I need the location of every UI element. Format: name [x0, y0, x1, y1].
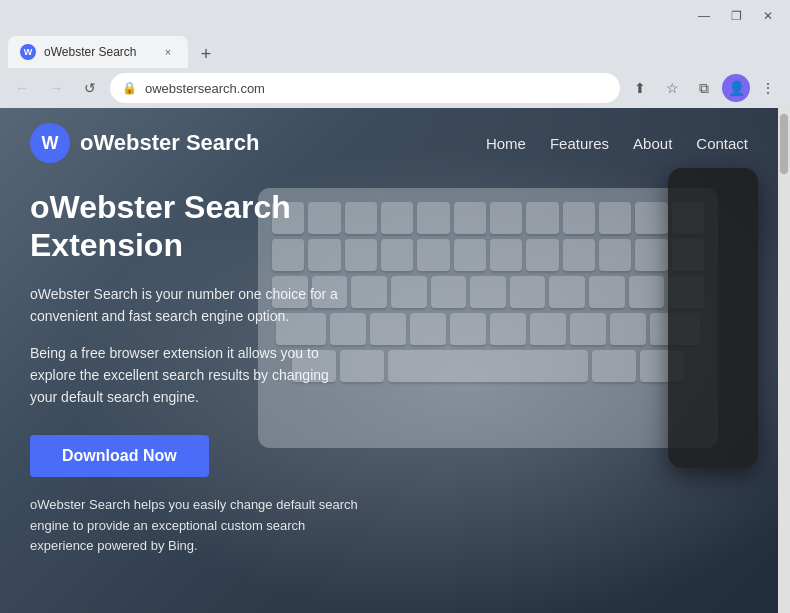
phone-decoration	[668, 168, 758, 468]
window-controls: — ❐ ✕	[690, 6, 782, 26]
key	[526, 239, 558, 271]
hero-section: W oWebster Search Home Features About Co…	[0, 108, 778, 613]
nav-about[interactable]: About	[633, 135, 672, 152]
key	[592, 350, 636, 382]
tab-bar: W oWebster Search × +	[0, 32, 790, 68]
scrollbar-thumb[interactable]	[780, 114, 788, 174]
key	[417, 239, 449, 271]
nav-contact[interactable]: Contact	[696, 135, 748, 152]
key	[391, 276, 427, 308]
menu-button[interactable]: ⋮	[754, 74, 782, 102]
download-now-button[interactable]: Download Now	[30, 435, 209, 477]
key	[563, 239, 595, 271]
tab-close-button[interactable]: ×	[160, 44, 176, 60]
key	[526, 202, 558, 234]
profile-button[interactable]: 👤	[722, 74, 750, 102]
back-button[interactable]: ←	[8, 74, 36, 102]
hero-title: oWebster Search Extension	[30, 188, 358, 265]
key	[635, 239, 667, 271]
browser-content-wrapper: W oWebster Search Home Features About Co…	[0, 108, 790, 613]
key	[381, 239, 413, 271]
hero-desc-1: oWebster Search is your number one choic…	[30, 283, 358, 328]
nav-home[interactable]: Home	[486, 135, 526, 152]
key	[589, 276, 625, 308]
key	[599, 202, 631, 234]
key	[490, 313, 526, 345]
hero-content: oWebster Search Extension oWebster Searc…	[30, 188, 358, 557]
key	[431, 276, 467, 308]
key	[610, 313, 646, 345]
hero-desc-2: Being a free browser extension it allows…	[30, 342, 358, 409]
browser-window: — ❐ ✕ W oWebster Search × + ← → ↺ 🔒 oweb…	[0, 0, 790, 613]
title-bar: — ❐ ✕	[0, 0, 790, 32]
logo-text: oWebster Search	[80, 130, 259, 156]
key	[563, 202, 595, 234]
hero-footer-text: oWebster Search helps you easily change …	[30, 495, 358, 557]
key	[635, 202, 667, 234]
url-text: owebstersearch.com	[145, 81, 608, 96]
key	[450, 313, 486, 345]
share-button[interactable]: ⬆	[626, 74, 654, 102]
key	[454, 239, 486, 271]
key	[470, 276, 506, 308]
url-box[interactable]: 🔒 owebstersearch.com	[110, 73, 620, 103]
key	[490, 202, 522, 234]
forward-button[interactable]: →	[42, 74, 70, 102]
key	[530, 313, 566, 345]
site-logo: W oWebster Search	[30, 123, 259, 163]
reload-button[interactable]: ↺	[76, 74, 104, 102]
key	[490, 239, 522, 271]
address-actions: ⬆ ☆ ⧉ 👤 ⋮	[626, 74, 782, 102]
bookmark-button[interactable]: ☆	[658, 74, 686, 102]
address-bar: ← → ↺ 🔒 owebstersearch.com ⬆ ☆ ⧉ 👤 ⋮	[0, 68, 790, 108]
site-navigation: W oWebster Search Home Features About Co…	[0, 108, 778, 178]
maximize-button[interactable]: ❐	[722, 6, 750, 26]
key	[599, 239, 631, 271]
webpage: W oWebster Search Home Features About Co…	[0, 108, 778, 613]
lock-icon: 🔒	[122, 81, 137, 95]
active-tab[interactable]: W oWebster Search ×	[8, 36, 188, 68]
scrollbar[interactable]	[778, 108, 790, 613]
key	[454, 202, 486, 234]
space-key	[388, 350, 588, 382]
nav-links: Home Features About Contact	[486, 135, 748, 152]
logo-icon: W	[30, 123, 70, 163]
tab-search-button[interactable]: ⧉	[690, 74, 718, 102]
key	[417, 202, 449, 234]
new-tab-button[interactable]: +	[192, 40, 220, 68]
nav-features[interactable]: Features	[550, 135, 609, 152]
key	[381, 202, 413, 234]
key	[370, 313, 406, 345]
key	[629, 276, 665, 308]
key	[549, 276, 585, 308]
close-button[interactable]: ✕	[754, 6, 782, 26]
minimize-button[interactable]: —	[690, 6, 718, 26]
tab-favicon: W	[20, 44, 36, 60]
tab-title: oWebster Search	[44, 45, 152, 59]
key	[410, 313, 446, 345]
key	[570, 313, 606, 345]
key	[510, 276, 546, 308]
